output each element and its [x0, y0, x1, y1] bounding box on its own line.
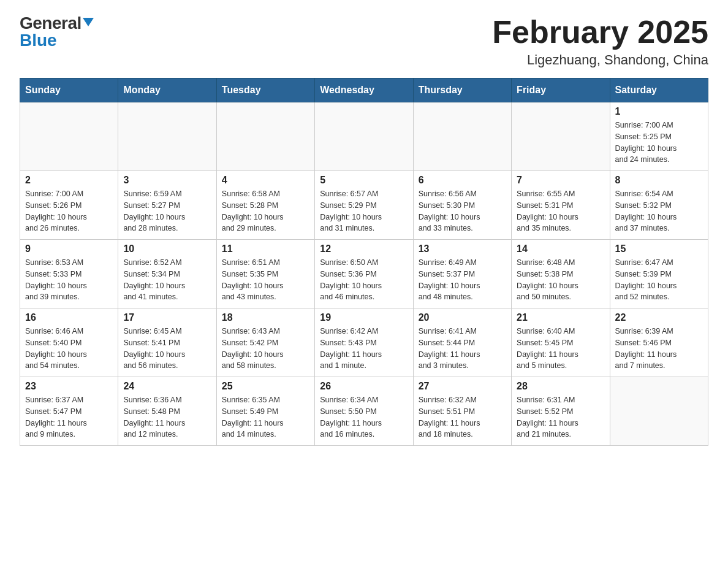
day-info: Sunrise: 6:41 AM Sunset: 5:44 PM Dayligh…	[419, 326, 506, 372]
day-info: Sunrise: 6:49 AM Sunset: 5:37 PM Dayligh…	[419, 257, 506, 303]
calendar-cell	[512, 102, 610, 171]
calendar-cell: 20Sunrise: 6:41 AM Sunset: 5:44 PM Dayli…	[413, 308, 511, 377]
day-header-thursday: Thursday	[413, 79, 511, 102]
header: General Blue February 2025 Ligezhuang, S…	[20, 15, 708, 68]
logo-blue-text: Blue	[20, 32, 57, 49]
day-info: Sunrise: 6:42 AM Sunset: 5:43 PM Dayligh…	[320, 326, 408, 372]
calendar-cell: 27Sunrise: 6:32 AM Sunset: 5:51 PM Dayli…	[413, 377, 511, 446]
day-number: 11	[222, 243, 309, 255]
calendar-cell	[413, 102, 511, 171]
day-info: Sunrise: 6:53 AM Sunset: 5:33 PM Dayligh…	[25, 257, 113, 303]
calendar-week-row: 23Sunrise: 6:37 AM Sunset: 5:47 PM Dayli…	[20, 377, 708, 446]
day-number: 8	[615, 175, 703, 186]
calendar-cell: 6Sunrise: 6:56 AM Sunset: 5:30 PM Daylig…	[413, 171, 511, 240]
calendar-cell: 13Sunrise: 6:49 AM Sunset: 5:37 PM Dayli…	[413, 240, 511, 308]
day-number: 18	[222, 312, 309, 323]
day-info: Sunrise: 6:52 AM Sunset: 5:34 PM Dayligh…	[123, 257, 211, 303]
day-info: Sunrise: 6:43 AM Sunset: 5:42 PM Dayligh…	[222, 326, 309, 372]
day-info: Sunrise: 6:36 AM Sunset: 5:48 PM Dayligh…	[123, 394, 211, 440]
day-info: Sunrise: 6:50 AM Sunset: 5:36 PM Dayligh…	[320, 257, 408, 303]
calendar-cell	[20, 102, 118, 171]
day-number: 20	[419, 312, 506, 323]
day-number: 9	[25, 243, 113, 255]
day-number: 2	[25, 175, 113, 186]
calendar-cell	[315, 102, 413, 171]
calendar-cell: 7Sunrise: 6:55 AM Sunset: 5:31 PM Daylig…	[512, 171, 610, 240]
day-number: 4	[222, 175, 309, 186]
day-number: 22	[615, 312, 703, 323]
day-header-sunday: Sunday	[20, 79, 118, 102]
day-info: Sunrise: 6:37 AM Sunset: 5:47 PM Dayligh…	[25, 394, 113, 440]
day-header-wednesday: Wednesday	[315, 79, 413, 102]
day-info: Sunrise: 7:00 AM Sunset: 5:26 PM Dayligh…	[25, 188, 113, 234]
day-header-saturday: Saturday	[610, 79, 708, 102]
day-info: Sunrise: 6:45 AM Sunset: 5:41 PM Dayligh…	[123, 326, 211, 372]
calendar-table: SundayMondayTuesdayWednesdayThursdayFrid…	[20, 78, 708, 446]
calendar-cell: 10Sunrise: 6:52 AM Sunset: 5:34 PM Dayli…	[118, 240, 216, 308]
calendar-cell: 3Sunrise: 6:59 AM Sunset: 5:27 PM Daylig…	[118, 171, 216, 240]
logo-general-text: General	[20, 15, 94, 32]
day-info: Sunrise: 6:39 AM Sunset: 5:46 PM Dayligh…	[615, 326, 703, 372]
day-info: Sunrise: 6:54 AM Sunset: 5:32 PM Dayligh…	[615, 188, 703, 234]
day-info: Sunrise: 6:34 AM Sunset: 5:50 PM Dayligh…	[320, 394, 408, 440]
calendar-week-row: 9Sunrise: 6:53 AM Sunset: 5:33 PM Daylig…	[20, 240, 708, 308]
day-number: 15	[615, 243, 703, 255]
calendar-cell: 1Sunrise: 7:00 AM Sunset: 5:25 PM Daylig…	[610, 102, 708, 171]
calendar-cell: 9Sunrise: 6:53 AM Sunset: 5:33 PM Daylig…	[20, 240, 118, 308]
calendar-cell: 21Sunrise: 6:40 AM Sunset: 5:45 PM Dayli…	[512, 308, 610, 377]
calendar-cell: 15Sunrise: 6:47 AM Sunset: 5:39 PM Dayli…	[610, 240, 708, 308]
day-number: 16	[25, 312, 113, 323]
day-number: 27	[419, 381, 506, 392]
calendar-cell	[610, 377, 708, 446]
calendar-header-row: SundayMondayTuesdayWednesdayThursdayFrid…	[20, 79, 708, 102]
calendar-cell: 19Sunrise: 6:42 AM Sunset: 5:43 PM Dayli…	[315, 308, 413, 377]
day-number: 12	[320, 243, 408, 255]
calendar-cell	[118, 102, 216, 171]
day-number: 10	[123, 243, 211, 255]
day-info: Sunrise: 6:48 AM Sunset: 5:38 PM Dayligh…	[517, 257, 604, 303]
day-header-tuesday: Tuesday	[216, 79, 314, 102]
day-info: Sunrise: 6:51 AM Sunset: 5:35 PM Dayligh…	[222, 257, 309, 303]
calendar-cell: 25Sunrise: 6:35 AM Sunset: 5:49 PM Dayli…	[216, 377, 314, 446]
calendar-week-row: 2Sunrise: 7:00 AM Sunset: 5:26 PM Daylig…	[20, 171, 708, 240]
day-number: 3	[123, 175, 211, 186]
calendar-cell	[216, 102, 314, 171]
calendar-cell: 5Sunrise: 6:57 AM Sunset: 5:29 PM Daylig…	[315, 171, 413, 240]
day-info: Sunrise: 6:56 AM Sunset: 5:30 PM Dayligh…	[419, 188, 506, 234]
day-info: Sunrise: 7:00 AM Sunset: 5:25 PM Dayligh…	[615, 120, 703, 166]
calendar-cell: 12Sunrise: 6:50 AM Sunset: 5:36 PM Dayli…	[315, 240, 413, 308]
title-area: February 2025 Ligezhuang, Shandong, Chin…	[492, 15, 708, 68]
day-number: 23	[25, 381, 113, 392]
day-number: 28	[517, 381, 604, 392]
day-info: Sunrise: 6:46 AM Sunset: 5:40 PM Dayligh…	[25, 326, 113, 372]
day-number: 14	[517, 243, 604, 255]
calendar-week-row: 1Sunrise: 7:00 AM Sunset: 5:25 PM Daylig…	[20, 102, 708, 171]
calendar-cell: 4Sunrise: 6:58 AM Sunset: 5:28 PM Daylig…	[216, 171, 314, 240]
day-number: 19	[320, 312, 408, 323]
calendar-cell: 16Sunrise: 6:46 AM Sunset: 5:40 PM Dayli…	[20, 308, 118, 377]
day-number: 25	[222, 381, 309, 392]
calendar-cell: 22Sunrise: 6:39 AM Sunset: 5:46 PM Dayli…	[610, 308, 708, 377]
calendar-subtitle: Ligezhuang, Shandong, China	[492, 52, 708, 68]
day-info: Sunrise: 6:58 AM Sunset: 5:28 PM Dayligh…	[222, 188, 309, 234]
day-info: Sunrise: 6:35 AM Sunset: 5:49 PM Dayligh…	[222, 394, 309, 440]
calendar-cell: 23Sunrise: 6:37 AM Sunset: 5:47 PM Dayli…	[20, 377, 118, 446]
calendar-cell: 8Sunrise: 6:54 AM Sunset: 5:32 PM Daylig…	[610, 171, 708, 240]
day-number: 21	[517, 312, 604, 323]
calendar-cell: 26Sunrise: 6:34 AM Sunset: 5:50 PM Dayli…	[315, 377, 413, 446]
calendar-cell: 2Sunrise: 7:00 AM Sunset: 5:26 PM Daylig…	[20, 171, 118, 240]
day-number: 13	[419, 243, 506, 255]
day-info: Sunrise: 6:59 AM Sunset: 5:27 PM Dayligh…	[123, 188, 211, 234]
logo-triangle-icon	[83, 18, 94, 26]
calendar-cell: 17Sunrise: 6:45 AM Sunset: 5:41 PM Dayli…	[118, 308, 216, 377]
day-number: 7	[517, 175, 604, 186]
day-header-monday: Monday	[118, 79, 216, 102]
calendar-cell: 28Sunrise: 6:31 AM Sunset: 5:52 PM Dayli…	[512, 377, 610, 446]
day-info: Sunrise: 6:31 AM Sunset: 5:52 PM Dayligh…	[517, 394, 604, 440]
day-number: 5	[320, 175, 408, 186]
calendar-cell: 14Sunrise: 6:48 AM Sunset: 5:38 PM Dayli…	[512, 240, 610, 308]
day-number: 24	[123, 381, 211, 392]
day-header-friday: Friday	[512, 79, 610, 102]
calendar-cell: 18Sunrise: 6:43 AM Sunset: 5:42 PM Dayli…	[216, 308, 314, 377]
day-number: 6	[419, 175, 506, 186]
